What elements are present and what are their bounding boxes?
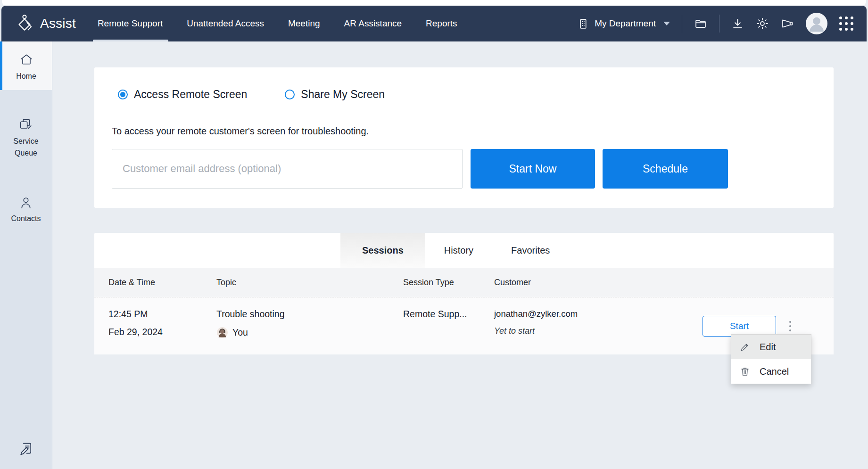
row-more-options-icon[interactable] xyxy=(787,319,793,333)
session-type: Remote Supp... xyxy=(403,309,494,320)
nav-divider xyxy=(719,15,719,33)
start-session-button[interactable]: Start xyxy=(703,316,776,337)
start-now-button[interactable]: Start Now xyxy=(471,149,595,189)
nav-tab-meeting[interactable]: Meeting xyxy=(287,6,321,41)
nav-tab-remote-support[interactable]: Remote Support xyxy=(97,6,164,41)
settings-gear-icon[interactable] xyxy=(756,17,769,30)
row-context-menu: Edit Cancel xyxy=(731,334,811,384)
chevron-down-icon xyxy=(663,22,670,25)
user-avatar[interactable] xyxy=(806,13,827,34)
sessions-tabs: Sessions History Favorites xyxy=(94,233,834,268)
menu-item-cancel[interactable]: Cancel xyxy=(731,359,811,384)
department-building-icon xyxy=(577,18,589,30)
app-title: Assist xyxy=(40,16,76,31)
start-session-card: Access Remote Screen Share My Screen To … xyxy=(94,67,834,208)
files-folder-icon[interactable] xyxy=(694,17,707,30)
app-brand[interactable]: Assist xyxy=(15,14,76,33)
column-header-customer: Customer xyxy=(494,278,703,288)
technician-avatar xyxy=(216,327,228,338)
top-navbar: Assist Remote Support Unattended Access … xyxy=(1,6,867,41)
cell-customer: jonathan@zylker.com Yet to start xyxy=(494,297,703,354)
sessions-card: Sessions History Favorites Date & Time T… xyxy=(94,233,834,354)
technician-name: You xyxy=(232,327,248,338)
radio-label: Access Remote Screen xyxy=(134,88,247,101)
nav-divider xyxy=(682,15,682,33)
department-label: My Department xyxy=(595,18,656,29)
apps-grid-icon[interactable] xyxy=(839,16,853,31)
cell-topic: Trouble shooting You xyxy=(216,297,403,354)
navbar-right-cluster: My Department xyxy=(577,13,853,34)
column-header-topic: Topic xyxy=(216,278,403,288)
session-date: Feb 29, 2024 xyxy=(108,327,216,337)
avatar-silhouette-icon xyxy=(806,13,827,34)
sidebar-item-label: Contacts xyxy=(11,214,41,223)
tab-sessions[interactable]: Sessions xyxy=(340,233,425,268)
announcements-megaphone-icon[interactable] xyxy=(781,17,794,30)
menu-item-label: Cancel xyxy=(760,366,789,377)
session-time: 12:45 PM xyxy=(108,309,216,320)
radio-unselected-icon[interactable] xyxy=(285,90,295,99)
menu-item-edit[interactable]: Edit xyxy=(731,335,811,359)
radio-label: Share My Screen xyxy=(301,88,385,101)
home-icon xyxy=(19,53,34,68)
sidebar-item-contacts[interactable]: Contacts xyxy=(0,189,52,229)
session-status: Yet to start xyxy=(494,326,703,336)
browser-chrome-strip xyxy=(2,0,866,6)
radio-access-remote-screen[interactable]: Access Remote Screen xyxy=(118,88,247,101)
nav-tab-unattended-access[interactable]: Unattended Access xyxy=(186,6,265,41)
tab-history[interactable]: History xyxy=(425,233,492,268)
assist-logo-icon xyxy=(15,14,34,33)
edit-pencil-icon xyxy=(739,341,751,353)
primary-nav: Remote Support Unattended Access Meeting… xyxy=(97,6,458,41)
session-topic: Trouble shooting xyxy=(216,309,403,320)
sessions-table-header: Date & Time Topic Session Type Customer xyxy=(94,268,834,297)
form-description: To access your remote customer's screen … xyxy=(112,126,369,137)
customer-email: jonathan@zylker.com xyxy=(494,309,703,319)
contacts-person-icon xyxy=(18,195,33,210)
service-queue-icon xyxy=(18,116,33,132)
download-icon[interactable] xyxy=(731,17,744,30)
sidebar-item-label: Service Queue xyxy=(2,136,50,159)
radio-selected-icon[interactable] xyxy=(118,90,128,99)
schedule-button[interactable]: Schedule xyxy=(603,149,728,189)
tab-favorites[interactable]: Favorites xyxy=(492,233,569,268)
left-sidebar: Home Service Queue Contacts xyxy=(0,41,52,469)
customer-email-input[interactable] xyxy=(112,149,463,189)
column-header-session-type: Session Type xyxy=(403,278,494,288)
nav-tab-reports[interactable]: Reports xyxy=(425,6,458,41)
radio-share-my-screen[interactable]: Share My Screen xyxy=(285,88,385,101)
sidebar-item-home[interactable]: Home xyxy=(0,41,52,90)
sidebar-item-service-queue[interactable]: Service Queue xyxy=(0,111,52,165)
session-table-row: 12:45 PM Feb 29, 2024 Trouble shooting Y… xyxy=(94,297,834,354)
cancel-trash-icon xyxy=(739,366,751,377)
column-header-date-time: Date & Time xyxy=(108,278,216,288)
menu-item-label: Edit xyxy=(760,342,776,353)
sidebar-item-label: Home xyxy=(16,72,36,81)
cell-date-time: 12:45 PM Feb 29, 2024 xyxy=(108,297,216,354)
session-mode-radios: Access Remote Screen Share My Screen xyxy=(118,88,385,101)
department-selector[interactable]: My Department xyxy=(577,18,670,30)
cell-session-type: Remote Supp... xyxy=(403,297,494,354)
feedback-note-icon[interactable] xyxy=(18,441,34,457)
nav-tab-ar-assistance[interactable]: AR Assistance xyxy=(343,6,403,41)
